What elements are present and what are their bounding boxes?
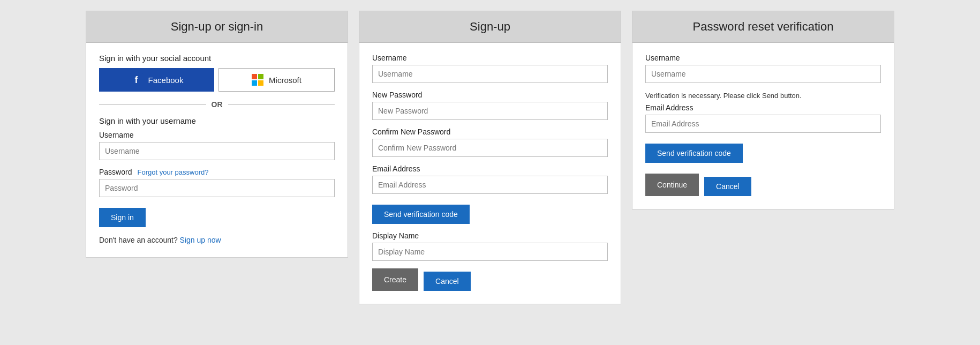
facebook-icon: f <box>130 73 143 86</box>
new-password-label: New Password <box>372 91 608 99</box>
new-password-input[interactable] <box>372 102 608 120</box>
no-account-text: Don't have an account? Sign up now <box>99 236 335 244</box>
signup-link[interactable]: Sign up now <box>180 236 221 244</box>
facebook-button[interactable]: f Facebook <box>99 68 214 92</box>
reset-username-group: Username <box>645 54 881 83</box>
reset-panel-title: Password reset verification <box>632 11 894 43</box>
confirm-password-group: Confirm New Password <box>372 128 608 157</box>
signup-username-input[interactable] <box>372 65 608 83</box>
username-section-label: Sign in with your username <box>99 116 335 125</box>
signup-username-label: Username <box>372 54 608 62</box>
reset-username-label: Username <box>645 54 881 62</box>
password-field-group: Password Forgot your password? <box>99 168 335 197</box>
reset-cancel-button[interactable]: Cancel <box>704 177 751 196</box>
signup-action-buttons: Create Cancel <box>372 268 608 291</box>
display-name-group: Display Name <box>372 231 608 261</box>
display-name-label: Display Name <box>372 231 608 240</box>
confirm-password-input[interactable] <box>372 139 608 157</box>
reset-action-buttons: Continue Cancel <box>645 174 881 196</box>
signup-send-code-button[interactable]: Send verification code <box>372 205 470 224</box>
reset-panel: Password reset verification Username Ver… <box>632 11 894 209</box>
password-label: Password <box>99 168 132 176</box>
signup-email-group: Email Address <box>372 164 608 194</box>
reset-email-input[interactable] <box>645 115 881 133</box>
facebook-label: Facebook <box>148 76 184 85</box>
signup-email-label: Email Address <box>372 164 608 173</box>
social-buttons: f Facebook Microsoft <box>99 68 335 92</box>
username-field-group: Username <box>99 131 335 160</box>
reset-email-group: Email Address <box>645 103 881 133</box>
or-text: OR <box>212 100 223 109</box>
reset-username-input[interactable] <box>645 65 881 83</box>
signup-cancel-button[interactable]: Cancel <box>424 272 471 291</box>
signup-panel: Sign-up Username New Password Confirm Ne… <box>359 11 621 304</box>
new-password-group: New Password <box>372 91 608 120</box>
create-button[interactable]: Create <box>372 268 418 291</box>
username-label: Username <box>99 131 335 139</box>
signup-panel-title: Sign-up <box>359 11 621 43</box>
password-field-label-row: Password Forgot your password? <box>99 168 335 176</box>
microsoft-button[interactable]: Microsoft <box>218 68 335 92</box>
username-input[interactable] <box>99 142 335 160</box>
signup-username-group: Username <box>372 54 608 83</box>
confirm-password-label: Confirm New Password <box>372 128 608 136</box>
microsoft-icon <box>252 74 263 86</box>
continue-button[interactable]: Continue <box>645 174 699 196</box>
display-name-input[interactable] <box>372 243 608 261</box>
forgot-password-link[interactable]: Forgot your password? <box>137 168 208 176</box>
password-input[interactable] <box>99 179 335 197</box>
signin-button[interactable]: Sign in <box>99 208 146 227</box>
verification-note: Verification is necessary. Please click … <box>645 91 881 101</box>
signin-panel: Sign-up or sign-in Sign in with your soc… <box>86 11 348 258</box>
microsoft-label: Microsoft <box>269 76 301 85</box>
reset-send-code-button[interactable]: Send verification code <box>645 144 743 163</box>
social-section-label: Sign in with your social account <box>99 54 335 63</box>
signup-email-input[interactable] <box>372 176 608 194</box>
or-divider: OR <box>99 100 335 109</box>
signin-panel-title: Sign-up or sign-in <box>86 11 348 43</box>
reset-email-label: Email Address <box>645 103 881 112</box>
